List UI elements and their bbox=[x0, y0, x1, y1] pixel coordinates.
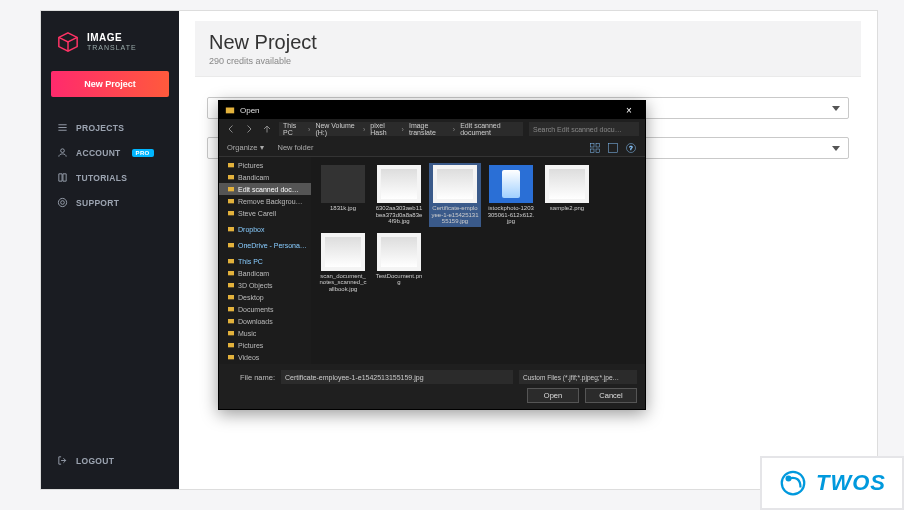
organize-menu[interactable]: Organize ▾ bbox=[227, 143, 264, 152]
svg-rect-9 bbox=[596, 149, 600, 153]
breadcrumb-item[interactable]: Image translate bbox=[409, 122, 448, 136]
book-icon bbox=[57, 172, 68, 183]
svg-rect-24 bbox=[228, 307, 234, 311]
breadcrumb-item[interactable]: This PC bbox=[283, 122, 303, 136]
tree-item-label: Bandicam bbox=[238, 270, 269, 277]
file-item[interactable]: Certificate-employee-1-e1542513155159.jp… bbox=[429, 163, 481, 227]
file-item[interactable]: 1831k.jpg bbox=[317, 163, 369, 227]
tree-item[interactable]: Remove Backgrou… bbox=[219, 195, 311, 207]
svg-rect-10 bbox=[609, 143, 618, 152]
help-button[interactable]: ? bbox=[625, 142, 637, 154]
breadcrumb-item[interactable]: pixel Hash bbox=[370, 122, 396, 136]
dialog-title: Open bbox=[240, 106, 619, 115]
view-options-button[interactable] bbox=[607, 142, 619, 154]
tree-item[interactable]: Bandicam bbox=[219, 267, 311, 279]
tree-item[interactable]: Pictures bbox=[219, 159, 311, 171]
filetype-filter[interactable]: Custom Files (*.jfif;*.pjpeg;*.jpe… bbox=[519, 370, 637, 384]
svg-rect-26 bbox=[228, 331, 234, 335]
breadcrumb[interactable]: This PC New Volume (H:) pixel Hash Image… bbox=[279, 122, 523, 136]
tree-item-label: Bandicam bbox=[238, 174, 269, 181]
brand-line1: IMAGE bbox=[87, 33, 137, 44]
folder-tree[interactable]: PicturesBandicamEdit scanned doc…Remove … bbox=[219, 157, 311, 364]
svg-rect-19 bbox=[228, 243, 234, 247]
tree-item-label: Dropbox bbox=[238, 226, 264, 233]
file-thumbnail bbox=[433, 165, 477, 203]
tree-item[interactable]: Music bbox=[219, 327, 311, 339]
tree-item-label: 3D Objects bbox=[238, 282, 273, 289]
file-grid[interactable]: 1831k.jpg6302aa303aeb11bea373d0a8a83e4f9… bbox=[311, 157, 645, 364]
svg-rect-28 bbox=[228, 355, 234, 359]
svg-rect-5 bbox=[226, 108, 234, 114]
svg-rect-25 bbox=[228, 319, 234, 323]
svg-rect-20 bbox=[228, 259, 234, 263]
file-item[interactable]: 6302aa303aeb11bea373d0a8a83e4f9b.jpg bbox=[373, 163, 425, 227]
svg-rect-23 bbox=[228, 295, 234, 299]
file-name-label: TestDocument.png bbox=[375, 273, 423, 286]
nav-forward-button[interactable] bbox=[243, 123, 255, 135]
nav-bottom: LOGOUT bbox=[41, 448, 179, 489]
page-title: New Project bbox=[209, 31, 847, 54]
tree-item[interactable]: Downloads bbox=[219, 315, 311, 327]
tree-item[interactable]: Videos bbox=[219, 351, 311, 363]
tree-item-label: Downloads bbox=[238, 318, 273, 325]
file-thumbnail bbox=[545, 165, 589, 203]
tree-item-label: Music bbox=[238, 330, 256, 337]
breadcrumb-item[interactable]: Edit scanned document bbox=[460, 122, 519, 136]
nav-label: SUPPORT bbox=[76, 198, 119, 208]
dialog-close-button[interactable]: × bbox=[619, 105, 639, 116]
svg-rect-18 bbox=[228, 227, 234, 231]
tree-item[interactable]: Bandicam bbox=[219, 171, 311, 183]
tree-item[interactable]: Desktop bbox=[219, 291, 311, 303]
tree-item[interactable]: Documents bbox=[219, 303, 311, 315]
tree-item[interactable]: Dropbox bbox=[219, 223, 311, 235]
tree-item-label: Remove Backgrou… bbox=[238, 198, 303, 205]
tree-item[interactable]: Steve Carell bbox=[219, 207, 311, 219]
new-folder-button[interactable]: New folder bbox=[278, 143, 314, 152]
nav-item-account[interactable]: ACCOUNT PRO bbox=[41, 140, 179, 165]
open-button[interactable]: Open bbox=[527, 388, 579, 403]
cube-icon bbox=[227, 281, 235, 289]
download-icon bbox=[227, 317, 235, 325]
nav-item-logout[interactable]: LOGOUT bbox=[41, 448, 179, 473]
view-layout-button[interactable] bbox=[589, 142, 601, 154]
stack-icon bbox=[57, 122, 68, 133]
account-badge: PRO bbox=[132, 149, 154, 157]
file-item[interactable]: sample2.png bbox=[541, 163, 593, 227]
tree-item-label: Documents bbox=[238, 306, 273, 313]
tree-item-label: Pictures bbox=[238, 342, 263, 349]
tree-item[interactable]: Pictures bbox=[219, 339, 311, 351]
nav-back-button[interactable] bbox=[225, 123, 237, 135]
dialog-body: PicturesBandicamEdit scanned doc…Remove … bbox=[219, 157, 645, 364]
credits-subtitle: 290 credits available bbox=[209, 56, 847, 66]
file-name-label: Certificate-employee-1-e1542513155159.jp… bbox=[431, 205, 479, 225]
nav-item-projects[interactable]: PROJECTS bbox=[41, 115, 179, 140]
twos-text: TWOS bbox=[816, 470, 886, 496]
life-ring-icon bbox=[57, 197, 68, 208]
svg-text:?: ? bbox=[629, 145, 633, 151]
filename-label: File name: bbox=[227, 373, 275, 382]
tree-item[interactable]: 3D Objects bbox=[219, 279, 311, 291]
dialog-footer: File name: Certificate-employee-1-e15425… bbox=[219, 364, 645, 409]
tree-item[interactable]: This PC bbox=[219, 255, 311, 267]
nav-item-support[interactable]: SUPPORT bbox=[41, 190, 179, 215]
new-project-button[interactable]: New Project bbox=[51, 71, 169, 97]
filename-input[interactable]: Certificate-employee-1-e1542513155159.jp… bbox=[281, 370, 513, 384]
nav-label: ACCOUNT bbox=[76, 148, 121, 158]
logo-cube-icon bbox=[57, 31, 79, 53]
nav-main: PROJECTS ACCOUNT PRO TUTORIALS SUPPORT bbox=[41, 115, 179, 448]
file-item[interactable]: scan_document_notes_scanned_callbook.jpg bbox=[317, 231, 369, 295]
brand-logo: IMAGE TRANSLATE bbox=[41, 31, 179, 71]
file-name-label: sample2.png bbox=[550, 205, 584, 212]
svg-rect-27 bbox=[228, 343, 234, 347]
cancel-button[interactable]: Cancel bbox=[585, 388, 637, 403]
tree-item[interactable]: Edit scanned doc… bbox=[219, 183, 311, 195]
tree-item[interactable]: OneDrive - Persona… bbox=[219, 239, 311, 251]
main-header: New Project 290 credits available bbox=[195, 21, 861, 77]
nav-item-tutorials[interactable]: TUTORIALS bbox=[41, 165, 179, 190]
nav-up-button[interactable] bbox=[261, 123, 273, 135]
folder-icon bbox=[227, 185, 235, 193]
file-item[interactable]: TestDocument.png bbox=[373, 231, 425, 295]
search-input[interactable]: Search Edit scanned docu… bbox=[529, 122, 639, 136]
file-item[interactable]: istockphoto-1203305061-612x612.jpg bbox=[485, 163, 537, 227]
breadcrumb-item[interactable]: New Volume (H:) bbox=[315, 122, 358, 136]
